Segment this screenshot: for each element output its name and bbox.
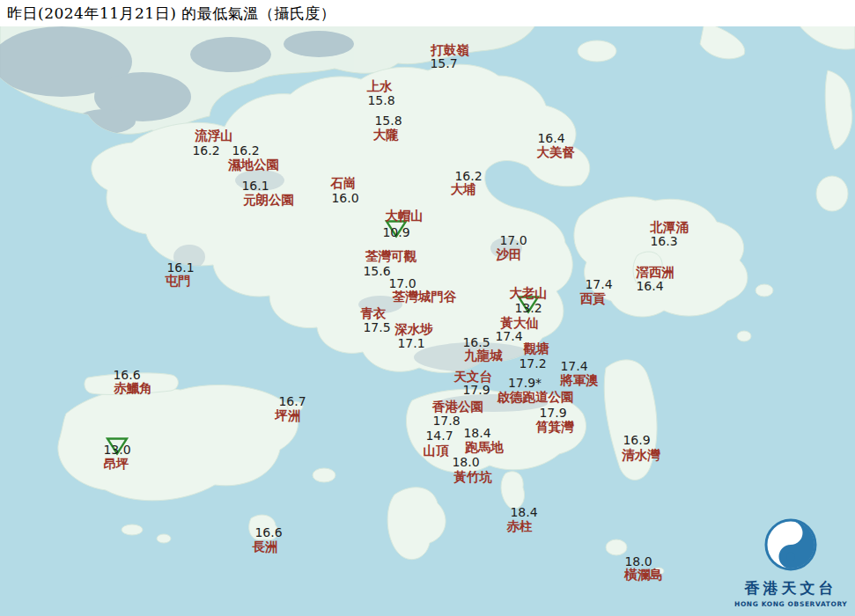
station-name: 坪洲: [276, 409, 301, 422]
hko-name-english: HONG KONG OBSERVATORY: [734, 600, 847, 608]
station-name: 九龍城: [464, 349, 503, 363]
station-value: 15.8: [367, 94, 394, 106]
station-name: 深水埗: [394, 323, 433, 336]
station-value: 16.3: [650, 235, 677, 247]
station-value: 17.9: [462, 384, 490, 396]
station-name: 滘西洲: [636, 266, 674, 279]
hko-logo: 香港天文台 HONG KONG OBSERVATORY: [734, 517, 847, 608]
station-value: 17.2: [519, 357, 546, 370]
station-value: 17.0: [388, 277, 416, 290]
station-value: 17.5: [363, 321, 390, 334]
station-value: 17.4: [585, 278, 612, 290]
station-value: 17.4: [560, 360, 587, 372]
station-name: 西貢: [580, 292, 606, 305]
station-value: 16.1: [241, 180, 269, 192]
station-name: 濕地公園: [228, 158, 279, 172]
station-value: 16.5: [462, 336, 490, 348]
station-name: 打鼓嶺: [431, 44, 469, 57]
station-value: 10.9: [382, 226, 409, 238]
station-value: 16.6: [254, 526, 282, 539]
title-bar: 昨日(2024年11月21日) 的最低氣溫（攝氏度）: [0, 0, 855, 26]
station-value: 16.4: [636, 280, 663, 292]
station-name: 山頂: [424, 444, 449, 458]
hko-logo-icon: [763, 517, 818, 572]
station-name: 屯門: [166, 275, 191, 288]
station-name: 流浮山: [195, 129, 233, 143]
station-name: 大老山: [509, 287, 548, 300]
station-value: 15.8: [374, 114, 402, 127]
stations-layer: 15.7打鼓嶺15.8上水15.8大隴16.2流浮山16.2濕地公園16.4大美…: [0, 0, 855, 616]
station-name: 荃灣可觀: [365, 250, 416, 263]
station-name: 赤柱: [507, 520, 533, 533]
map-title: 昨日(2024年11月21日) 的最低氣溫（攝氏度）: [7, 4, 335, 24]
station-name: 北潭涌: [650, 221, 689, 234]
station-value: 17.9: [539, 407, 566, 419]
station-name: 元朗公園: [243, 194, 294, 207]
station-value: 18.4: [463, 427, 490, 439]
station-name: 上水: [367, 80, 393, 93]
weather-map-screen: 昨日(2024年11月21日) 的最低氣溫（攝氏度） 15.7打鼓嶺15.8上水…: [0, 0, 855, 616]
station-name: 香港公園: [432, 400, 483, 414]
station-value: 17.9*: [508, 377, 542, 389]
station-name: 大帽山: [385, 209, 424, 223]
station-value: 18.4: [510, 506, 537, 518]
station-value: 16.1: [166, 261, 194, 274]
station-value: 16.4: [537, 132, 564, 144]
station-name: 筲箕灣: [535, 421, 574, 434]
station-name: 啟德跑道公園: [498, 391, 574, 404]
station-value: 16.2: [454, 170, 482, 182]
station-value: 16.7: [278, 395, 306, 407]
station-name: 天文台: [453, 370, 492, 384]
station-name: 沙田: [497, 248, 522, 261]
station-value: 16.2: [232, 144, 259, 157]
station-value: 15.7: [430, 57, 457, 70]
station-name: 昂坪: [104, 458, 129, 471]
station-name: 赤鱲角: [114, 382, 152, 395]
station-value: 17.0: [499, 234, 527, 246]
station-name: 青衣: [361, 307, 387, 320]
hko-name-chinese: 香港天文台: [734, 578, 847, 598]
station-value: 17.8: [432, 414, 460, 427]
station-name: 大美督: [536, 146, 575, 159]
station-name: 橫瀾島: [624, 568, 663, 582]
station-value: 17.4: [495, 330, 522, 342]
station-name: 將軍澳: [560, 374, 599, 387]
station-value: 13.0: [103, 444, 130, 456]
station-name: 大埔: [451, 183, 476, 196]
station-value: 18.0: [624, 555, 652, 568]
station-name: 跑馬地: [465, 441, 504, 454]
station-name: 黃大仙: [500, 317, 539, 330]
station-name: 清水灣: [622, 449, 660, 462]
station-name: 荃灣城門谷: [393, 290, 457, 304]
station-name: 石崗: [331, 177, 357, 190]
station-value: 18.0: [452, 456, 479, 468]
station-name: 大隴: [373, 128, 399, 142]
station-value: 17.1: [397, 337, 424, 349]
station-value: 15.6: [363, 265, 390, 277]
station-name: 黃竹坑: [453, 471, 492, 484]
station-value: 16.0: [331, 192, 358, 204]
station-value: 16.2: [192, 144, 219, 157]
station-name: 觀塘: [524, 342, 549, 356]
station-name: 長洲: [253, 540, 278, 554]
station-value: 16.6: [113, 369, 140, 381]
station-value: 14.7: [425, 429, 453, 442]
station-value: 13.2: [514, 302, 542, 314]
station-value: 16.9: [623, 434, 650, 446]
